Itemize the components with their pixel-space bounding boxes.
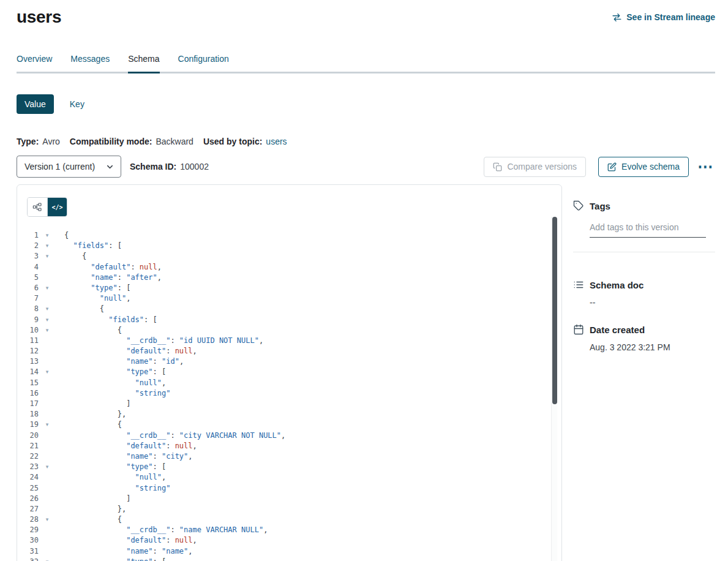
code-scrollbar[interactable] — [551, 217, 557, 561]
code-text: "default": null, — [64, 535, 197, 546]
fold-toggle-icon[interactable]: ▾ — [42, 325, 52, 336]
fold-spacer — [42, 451, 52, 462]
code-line: 29 "__crdb__": "name VARCHAR NULL", — [17, 525, 561, 535]
fold-spacer — [42, 535, 52, 546]
sidebar-divider — [573, 252, 715, 252]
calendar-icon — [573, 324, 584, 335]
version-select[interactable]: Version 1 (current) — [17, 156, 121, 178]
fold-spacer — [42, 483, 52, 494]
fold-toggle-icon[interactable]: ▾ — [42, 283, 52, 293]
code-line: 30 "default": null, — [17, 535, 561, 546]
code-line: 1▾{ — [17, 230, 561, 241]
fold-spacer — [42, 494, 52, 504]
code-line: 24 "null", — [17, 472, 561, 483]
more-options-button[interactable]: ⋯ — [696, 160, 715, 173]
code-line: 2▾ "fields": [ — [17, 241, 561, 251]
fold-toggle-icon[interactable]: ▾ — [42, 514, 52, 525]
line-number: 10 — [17, 325, 39, 336]
stream-lineage-link[interactable]: See in Stream lineage — [612, 12, 715, 23]
topic-link[interactable]: users — [266, 137, 287, 146]
code-text: ] — [64, 494, 130, 504]
schema-sidebar: Tags Schema doc -- Date created Aug. 3 2… — [569, 184, 715, 352]
tab-messages[interactable]: Messages — [70, 54, 110, 72]
code-line: 7 "null", — [17, 293, 561, 304]
fold-toggle-icon[interactable]: ▾ — [42, 304, 52, 314]
date-created-value: Aug. 3 2022 3:21 PM — [590, 342, 715, 352]
tab-overview[interactable]: Overview — [17, 54, 52, 72]
fold-spacer — [42, 356, 52, 367]
fold-toggle-icon[interactable]: ▾ — [42, 251, 52, 262]
tab-configuration[interactable]: Configuration — [178, 54, 229, 72]
tree-view-button[interactable] — [28, 198, 47, 216]
code-text: { — [64, 304, 104, 314]
fold-toggle-icon[interactable]: ▾ — [42, 230, 52, 241]
fold-toggle-icon[interactable]: ▾ — [42, 315, 52, 325]
line-number: 29 — [17, 525, 39, 535]
schema-meta-row: Type: Avro Compatibility mode: Backward … — [17, 137, 715, 146]
code-line: 17 ] — [17, 399, 561, 409]
fold-toggle-icon[interactable]: ▾ — [42, 462, 52, 472]
code-line: 28▾ { — [17, 514, 561, 525]
line-number: 1 — [17, 230, 39, 241]
line-number: 17 — [17, 399, 39, 409]
version-select-value: Version 1 (current) — [24, 162, 95, 171]
fold-spacer — [42, 378, 52, 388]
line-number: 4 — [17, 262, 39, 273]
type-value: Avro — [42, 137, 60, 146]
tree-view-icon — [32, 202, 42, 212]
code-text: "name": "after", — [64, 273, 162, 283]
page: users See in Stream lineage Overview Mes… — [0, 0, 728, 561]
code-text: "default": null, — [64, 346, 197, 356]
fold-spacer — [42, 346, 52, 356]
line-number: 25 — [17, 483, 39, 494]
line-number: 23 — [17, 462, 39, 472]
schema-doc-value: -- — [590, 298, 715, 307]
code-text: "name": "id", — [64, 356, 184, 367]
fold-toggle-icon[interactable]: ▾ — [42, 241, 52, 251]
type-label: Type: — [17, 137, 39, 146]
evolve-schema-button[interactable]: Evolve schema — [598, 157, 689, 177]
schema-id: Schema ID: 100002 — [130, 162, 209, 171]
code-text: "null", — [64, 378, 166, 388]
tags-input[interactable] — [590, 221, 706, 238]
tab-schema[interactable]: Schema — [128, 54, 159, 72]
schema-doc-title: Schema doc — [590, 280, 644, 290]
code-line: 21 "default": null, — [17, 441, 561, 451]
line-number: 30 — [17, 535, 39, 546]
code-line: 22 "name": "city", — [17, 451, 561, 462]
compare-versions-button[interactable]: Compare versions — [484, 157, 586, 177]
tags-title: Tags — [590, 201, 610, 211]
fold-toggle-icon[interactable]: ▾ — [42, 557, 52, 561]
value-toggle-button[interactable]: Value — [17, 94, 54, 114]
page-header: users See in Stream lineage — [17, 7, 715, 27]
code-text: "fields": [ — [64, 241, 122, 251]
code-line: 25 "string" — [17, 483, 561, 494]
line-number: 6 — [17, 283, 39, 293]
code-text: { — [64, 514, 122, 525]
code-text: { — [64, 420, 122, 430]
compare-versions-icon — [493, 162, 502, 171]
line-number: 18 — [17, 409, 39, 420]
code-line: 23▾ "type": [ — [17, 462, 561, 472]
code-line: 4 "default": null, — [17, 262, 561, 273]
line-number: 32 — [17, 557, 39, 561]
code-line: 6▾ "type": [ — [17, 283, 561, 293]
date-created-section: Date created Aug. 3 2022 3:21 PM — [573, 324, 715, 352]
code-line: 31 "name": "name", — [17, 546, 561, 557]
date-created-header: Date created — [573, 324, 715, 335]
code-view-button[interactable]: </> — [47, 198, 67, 216]
fold-toggle-icon[interactable]: ▾ — [42, 367, 52, 377]
fold-spacer — [42, 399, 52, 409]
date-created-title: Date created — [590, 325, 645, 335]
fold-spacer — [42, 388, 52, 399]
fold-toggle-icon[interactable]: ▾ — [42, 420, 52, 430]
code-text: "null", — [64, 472, 166, 483]
key-toggle-button[interactable]: Key — [70, 99, 84, 109]
code-text: }, — [64, 504, 126, 514]
meta-compatibility: Compatibility mode: Backward — [70, 137, 193, 146]
meta-type: Type: Avro — [17, 137, 60, 146]
code-line: 11 "__crdb__": "id UUID NOT NULL", — [17, 336, 561, 346]
line-number: 14 — [17, 367, 39, 377]
scrollbar-thumb[interactable] — [552, 217, 557, 404]
schema-controls-row: Version 1 (current) Schema ID: 100002 Co… — [17, 156, 715, 178]
